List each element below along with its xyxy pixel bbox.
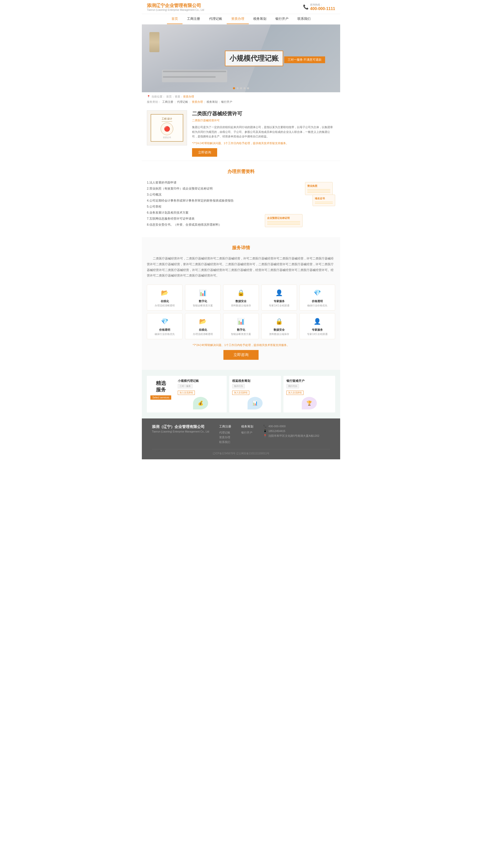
feature-title-3: 数据安全 [225,299,257,303]
banner-dot-5[interactable] [247,87,249,89]
selected-card-1-tags: 三对一服务 [178,384,223,389]
phone-icon-footer: 📞 [263,425,267,428]
selected-card-1-more[interactable]: 加入交流群组 [178,391,195,395]
footer-brand-subtitle: Tianrun (Liaoning) Enterprise Management… [152,430,209,433]
mat-line-3 [307,192,330,193]
feature-icon-digital2: 📊 [235,316,247,327]
nav-qualification[interactable]: 资质办理 [227,14,249,24]
mat-line-1 [307,189,330,190]
hotline-info: 咨询热线： 400-000-1111 [310,3,335,11]
nav-accounting[interactable]: 代理记账 [205,14,227,24]
banner-dot-2[interactable] [236,87,238,89]
selected-card-3-more[interactable]: 加入交流群组 [286,391,304,395]
nav-contact[interactable]: 联系我们 [293,14,315,24]
service-type-registration[interactable]: 工商注册 [162,100,173,104]
feature-card-10: 👤 专家服务 专家1对1全程跟通 [300,313,335,339]
footer-contact: 📞 400-000-0000 📱 18512454415 📍 沈阳市和平区文化路… [263,425,319,445]
feature-subtitle-3: 资料数据云端保存 [225,304,257,307]
material-item-4: 4.公司近期经会计事务所或审计事务所审定的财务报表或验资报告 [147,197,260,204]
banner-dot-1[interactable] [233,87,235,89]
selected-card-2-title: 税返税务筹划 [232,379,278,383]
materials-card-business-license: 营业执照 [305,182,333,195]
feature-title-2: 数字化 [187,299,219,303]
selected-service-cards: 小规模代理记账 三对一服务 加入交流群组 💰 税返税务筹划 免许行办 加入交流群… [175,376,335,412]
footer-link-bank[interactable]: 银行开户 [241,431,253,434]
selected-card-2-image: 📊 [248,397,263,409]
selected-card-3-title: 银行疑难开户 [286,379,332,383]
selected-card-accounting: 小规模代理记账 三对一服务 加入交流群组 💰 [175,376,226,412]
tax-icon: 📊 [252,400,258,406]
breadcrumb-current: 资质办理 [183,95,194,98]
service-detail-section: 服务详情 二类医疗器械经营许可，二类医疗器械经营许可二类医疗器械经营，许可二类医… [142,237,340,370]
service-type-qualification[interactable]: 资质办理 [192,100,203,104]
hotline-number: 400-000-1111 [310,6,335,11]
consult-button-wrapper: 立即咨询 [147,350,335,360]
accounting-icon: 💰 [198,400,203,406]
footer-icp: 辽ICP备12345678号 辽公网安备1101111100011号 [152,449,330,455]
feature-icon-online: 📂 [159,288,171,298]
nav-bank[interactable]: 银行开户 [271,14,293,24]
service-type-bank[interactable]: 银行开户 [221,100,232,104]
product-info: 二类医疗器械经营许可 二类医疗器械经营许可 集团公司是为了一定的目的组织起来共同… [192,110,335,157]
feature-subtitle-6: 确保行业价格优先 [149,333,180,336]
cert-title: 工程 设计 [162,117,172,122]
product-name-sub: 二类医疗器械经营许可 [192,119,335,122]
service-detail-consult-button[interactable]: 立即咨询 [223,350,259,360]
feature-title-7: 在线化 [187,328,219,332]
feature-title-1: 在线化 [149,299,180,303]
product-consult-button[interactable]: 立即咨询 [192,148,217,157]
banner-dot-4[interactable] [244,87,246,89]
hotline-area: 📞 咨询热线： 400-000-1111 [303,3,335,11]
nav-registration[interactable]: 工商注册 [182,14,205,24]
logo-area: 添润辽宁企业管理有限公司 Tianrun (Liaoning) Enterpri… [147,2,204,11]
nav-home[interactable]: 首页 [167,14,182,24]
selected-services-section: 精选服务 Select services 小规模代理记账 三对一服务 加入交流群… [142,370,340,418]
material-item-2: 2.营业执照（有效复印件）或企业预登记名称证明 [147,186,260,191]
footer-link-accounting[interactable]: 代理记账 [219,431,231,434]
footer: 添润（辽宁）企业管理有限公司 Tianrun (Liaoning) Enterp… [142,418,340,459]
banner-content: 小规模代理记账 三对一服务·不满意可退款 [225,51,325,66]
feature-card-4: 👤 专家服务 专家1对1全程跟通 [261,285,297,311]
feature-icon-online2: 📂 [197,316,209,327]
footer-address: 📍 沈阳市和平区文化路5号南湖大厦A栋1202 [263,434,319,438]
selected-card-2-tag-1: 免许行办 [232,384,245,389]
feature-subtitle-7: 办理流程清晰透明 [187,333,219,336]
service-type-accounting[interactable]: 代理记账 [177,100,188,104]
footer-phone-2: 📱 18512454415 [263,429,319,433]
footer-link-qualification[interactable]: 资质办理 [219,435,231,439]
materials-list: 1.法人签署的书面申请 2.营业执照（有效复印件）或企业预登记名称证明 3.公司… [147,180,260,230]
banner-dot-3[interactable] [240,87,242,89]
product-note: *7*24小时帮助解决问题、1个工作日内给予处理，提供相关技术答疑支持服务。 [192,142,335,145]
mat-pr-line-1 [267,221,300,222]
feature-card-7: 📂 在线化 办理流程清晰透明 [185,313,221,339]
selected-card-bank: 银行疑难开户 我行代办 加入交流群组 🏆 [283,376,335,412]
product-description: 集团公司是为了一定的目的组织起来共同行动的团体公司，是指以某为主要联结纽带，以母… [192,125,335,139]
cert-subtitle: 资质证书 [163,136,171,139]
footer-link-contact[interactable]: 联系我们 [219,440,231,444]
select-services-button[interactable]: Select services [150,395,171,400]
cert-seal: 🔴 [161,123,173,135]
materials-card-prereg: 企业预登记名称证明 [265,214,303,227]
footer-col-1: 工商注册 代理记账 资质办理 联系我们 [219,425,231,445]
material-item-1: 1.法人签署的书面申请 [147,180,260,186]
materials-card-domain-cert: 域名证书 [313,194,335,206]
feature-icon-expert: 👤 [273,288,285,298]
feature-icon-security: 🔒 [235,288,247,298]
feature-card-2: 📊 数字化 智能诊断资质方案 [185,285,221,311]
breadcrumb-home[interactable]: 首页 [166,95,172,98]
feature-grid-row1: 📂 在线化 办理流程清晰透明 📊 数字化 智能诊断资质方案 🔒 数据安全 资料数… [147,285,335,311]
service-type-tax[interactable]: 税务筹划 [207,100,218,104]
selected-card-2-more[interactable]: 加入交流群组 [232,391,249,395]
mat-card-dc-title: 域名证书 [315,197,333,200]
service-detail-title: 服务详情 [147,245,335,251]
mat-dc-line-1 [315,202,333,202]
breadcrumb-parent[interactable]: 资质 [175,95,180,98]
service-type-label: 服务类别： [147,100,161,104]
hero-banner: 小规模代理记账 三对一服务·不满意可退款 [142,25,340,92]
nav-tax[interactable]: 税务筹划 [249,14,271,24]
selected-label-cn: 精选服务 [156,380,166,393]
phone-icon: 📞 [303,4,309,10]
materials-content: 1.法人签署的书面申请 2.营业执照（有效复印件）或企业预登记名称证明 3.公司… [147,180,335,230]
footer-col-1-title: 工商注册 [219,425,231,429]
mat-line-2 [307,190,330,191]
